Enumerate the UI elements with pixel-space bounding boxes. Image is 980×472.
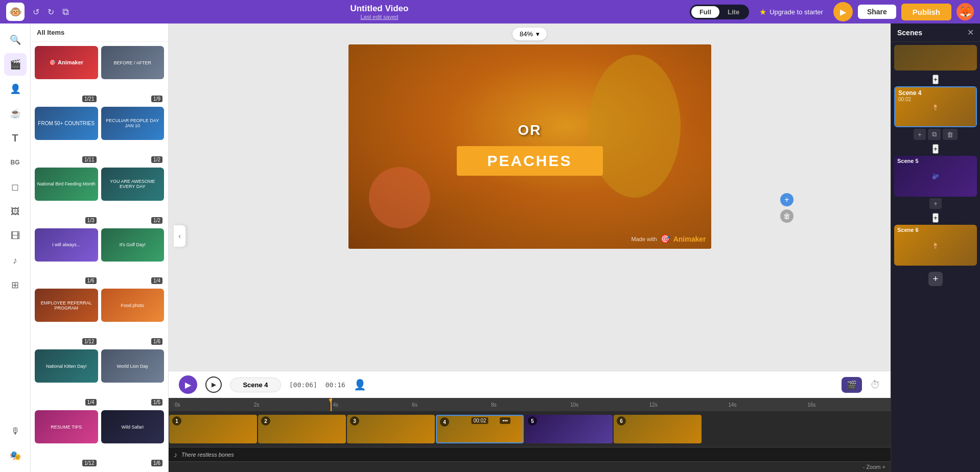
scene-5-add-button[interactable]: +	[929, 198, 942, 209]
view-lite-button[interactable]: Lite	[719, 6, 748, 18]
scene-4-actions: + ⧉ 🗑	[894, 129, 977, 140]
timeline-scene-2[interactable]: 2	[258, 415, 346, 443]
play-button[interactable]: ▶	[179, 375, 197, 394]
view-full-button[interactable]: Full	[691, 6, 719, 18]
add-scene-canvas-button[interactable]: +	[780, 193, 794, 206]
add-scene-bottom-button[interactable]: +	[928, 272, 943, 286]
sidebar-item-music[interactable]: ♪	[4, 249, 27, 272]
sidebar-item-search[interactable]: 🔍	[4, 29, 27, 51]
sidebar-item-film[interactable]: 🎞	[4, 225, 27, 247]
delete-scene-canvas-button[interactable]: 🗑	[780, 209, 794, 223]
redo-button[interactable]: ↻	[44, 5, 57, 19]
scene-name-label[interactable]: Scene 4	[230, 377, 281, 392]
list-item[interactable]: National Bird Feeding Month 1/3	[35, 168, 98, 225]
sidebar-item-scenes[interactable]: 🎭	[4, 444, 27, 467]
timeline-scene-4[interactable]: 4 00:02 •••	[436, 415, 524, 443]
timeline-tracks: 1 2 3 4 00:02 •••	[169, 411, 891, 447]
list-item[interactable]: Food photo 1/6	[101, 289, 165, 346]
timer-icon[interactable]: ⏱	[870, 379, 880, 391]
timeline-playhead[interactable]	[331, 398, 332, 411]
sidebar-item-image[interactable]: 🖼	[4, 200, 27, 223]
canvas-wrapper: OR PEACHES Made with 🎯 Animaker ◐ ✥	[169, 44, 891, 371]
sidebar-item-video[interactable]: 🎬	[4, 53, 27, 76]
sidebar-item-person[interactable]: 👤	[4, 78, 27, 100]
scene-thumb-6[interactable]: 🍹 Scene 6	[894, 225, 977, 266]
person-icon[interactable]: 👤	[354, 379, 366, 391]
avatar[interactable]: 🦊	[956, 3, 974, 20]
person-icon: 👤	[10, 83, 21, 95]
timeline-ruler: 0s 2s 4s 6s 8s 10s 12s 14s 16s	[169, 398, 891, 411]
video-icon: 🎬	[10, 59, 21, 70]
panel-header: All Items	[31, 23, 168, 42]
scene-4-info: Scene 4 00:02	[898, 89, 921, 102]
timeline-scene-3[interactable]: 3	[347, 415, 435, 443]
add-scene-mid-button[interactable]: +	[932, 144, 939, 154]
timeline-scene-5[interactable]: 5	[525, 415, 613, 443]
canvas-text-or: OR	[518, 122, 542, 138]
video-track-icon[interactable]: 🎬	[842, 377, 862, 393]
left-sidebar: 🔍 🎬 👤 ☕ T BG ◻ 🖼 🎞 ♪ ⊞	[0, 23, 31, 472]
list-item[interactable]: I will always... 1/6	[35, 228, 98, 286]
scene-card-6: 🍹 Scene 6	[894, 225, 977, 266]
timeline-scene-6[interactable]: 6	[614, 415, 702, 443]
list-item[interactable]: RESUME TIPS 1/12	[35, 410, 98, 468]
scene-4-copy-button[interactable]: ⧉	[928, 129, 941, 140]
publish-button[interactable]: Publish	[901, 4, 951, 20]
zoom-bar-controls[interactable]: - Zoom +	[863, 464, 885, 470]
made-with-label: Made with	[632, 236, 657, 242]
sidebar-item-template[interactable]: ⊞	[4, 274, 27, 296]
sidebar-item-record[interactable]: 🎙	[4, 420, 27, 442]
sidebar-item-shape[interactable]: ◻	[4, 176, 27, 198]
add-scene-mid-button-row: +	[894, 144, 977, 154]
undo-button[interactable]: ↺	[30, 5, 42, 19]
sidebar-item-text[interactable]: T	[4, 127, 27, 149]
upgrade-button[interactable]: ★ Upgrade to starter	[754, 4, 828, 20]
list-item[interactable]: World Lion Day 1/5	[101, 349, 165, 407]
list-item[interactable]: YOU ARE AWESOME EVERY DAY 1/2	[101, 168, 165, 225]
tick-2s: 2s	[253, 402, 332, 408]
canvas-frame: OR PEACHES Made with 🎯 Animaker ◐ ✥	[348, 44, 711, 249]
scene-4-add-button[interactable]: +	[914, 129, 926, 140]
add-scene-top-button[interactable]: +	[932, 75, 939, 84]
list-item[interactable]: 🎯 Animaker 1/21	[35, 46, 98, 104]
zoom-control[interactable]: 84% ▾	[512, 28, 547, 40]
last-edit-label[interactable]: Last edit saved	[74, 14, 685, 20]
app-logo[interactable]: 🐵	[6, 3, 25, 21]
collapse-panel-button[interactable]: ‹	[174, 225, 186, 247]
zoom-label: 84%	[520, 30, 533, 38]
list-item[interactable]: FROM 50+ COUNTRIES 1/11	[35, 107, 98, 164]
animaker-watermark: Made with 🎯 Animaker	[632, 234, 706, 244]
list-item[interactable]: EMPLOYEE REFERRAL PROGRAM 1/12	[35, 289, 98, 346]
controls-bar: ▶ ▶ Scene 4 [00:06] 00:16 👤 🎬 ⏱	[169, 371, 891, 398]
scene-card-4: 🍹 Scene 4 00:02 + ⧉ 🗑	[894, 86, 977, 140]
list-item[interactable]: It's Golf Day! 1/4	[101, 228, 165, 286]
canvas-top-bar: 84% ▾	[169, 23, 891, 44]
duplicate-button[interactable]: ⧉	[62, 7, 69, 17]
scenes-title: Scenes	[897, 29, 922, 37]
timeline-scene-1[interactable]: 1	[169, 415, 257, 443]
add-scene-top-button-row: +	[894, 75, 977, 84]
add-scene-lower-button[interactable]: +	[932, 213, 939, 223]
duration-label: [00:06]	[289, 381, 317, 389]
share-button[interactable]: Share	[858, 5, 896, 19]
main-layout: 🔍 🎬 👤 ☕ T BG ◻ 🖼 🎞 ♪ ⊞	[0, 23, 980, 472]
film-icon: 🎞	[11, 231, 20, 242]
sidebar-item-bg[interactable]: BG	[4, 151, 27, 174]
list-item[interactable]: PECULIAR PEOPLE DAY JAN 10 1/2	[101, 107, 165, 164]
title-area: Untitled Video Last edit saved	[74, 4, 685, 20]
preview-play-button[interactable]: ▶	[833, 2, 853, 21]
scene-4-delete-button[interactable]: 🗑	[943, 129, 958, 140]
canvas-text-peaches: PEACHES	[456, 146, 602, 176]
scenes-close-button[interactable]: ✕	[967, 28, 974, 37]
scene-card-top-partial	[894, 45, 977, 70]
coffee-icon: ☕	[10, 108, 21, 119]
tick-16s: 16s	[806, 402, 885, 408]
list-item[interactable]: Wild Safari 1/6	[101, 410, 165, 468]
play-small-button[interactable]: ▶	[205, 376, 222, 393]
tick-0s: 0s	[174, 402, 253, 408]
scene-thumb-4[interactable]: 🍹 Scene 4 00:02	[894, 86, 977, 127]
list-item[interactable]: National Kitten Day! 1/4	[35, 349, 98, 407]
sidebar-item-coffee[interactable]: ☕	[4, 102, 27, 125]
scene-thumb-5[interactable]: 🫐 Scene 5	[894, 156, 977, 197]
list-item[interactable]: BEFORE / AFTER 1/9	[101, 46, 165, 104]
